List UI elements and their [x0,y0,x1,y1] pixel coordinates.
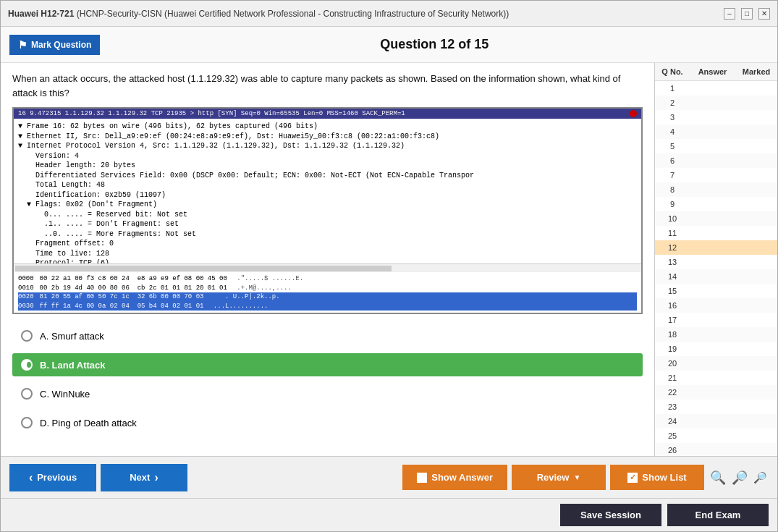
sidebar-row[interactable]: 26 [655,443,777,456]
packet-line: .1.. .... = Don't Fragment: set [18,219,637,229]
hex-row-selected: 002081 20 55 af 00 50 7c 1c 32 6b 00 00 … [18,292,637,302]
sidebar-row[interactable]: 5 [655,139,777,153]
zoom-in-button[interactable]: 🔎 [752,470,769,486]
packet-line: Protocol: TCP (6) [18,258,637,263]
sidebar-row[interactable]: 7 [655,168,777,182]
sidebar-qno: 10 [658,214,687,223]
capture-header-text: 16 9.472315 1.1.129.32 1.1.129.32 TCP 21… [18,110,405,117]
option-b[interactable]: B. Land Attack [12,353,643,376]
hex-row: 001000 2b 19 4d 40 00 80 06 cb 2c 01 01 … [18,284,637,293]
sidebar-row[interactable]: 23 [655,400,777,414]
answer-options: A. Smurf attack B. Land Attack C. WinNuk… [12,324,643,434]
content-area: When an attack occurs, the attacked host… [1,63,654,456]
sidebar-qno: 17 [658,316,687,324]
sidebar-row[interactable]: 1 [655,81,777,96]
sidebar-row[interactable]: 3 [655,110,777,124]
sidebar-row[interactable]: 10 [655,211,777,226]
minimize-button[interactable]: – [724,8,735,20]
sidebar-row[interactable]: 24 [655,414,777,428]
sidebar-qno: 2 [658,98,687,107]
sidebar-row[interactable]: 21 [655,371,777,385]
sidebar-row[interactable]: 22 [655,385,777,400]
next-button[interactable]: Next › [101,464,187,491]
sidebar-header: Q No. Answer Marked [655,63,777,81]
zoom-out-button[interactable]: 🔍 [709,468,727,487]
previous-button[interactable]: ‹ Previous [9,464,96,491]
save-session-button[interactable]: Save Session [560,504,661,526]
bookmark-icon: ⚑ [18,39,28,51]
sidebar-qno: 3 [658,113,687,122]
sidebar-row[interactable]: 17 [655,313,777,327]
option-d[interactable]: D. Ping of Death attack [12,411,643,434]
question-title: Question 12 of 15 [100,37,769,52]
packet-line: ▼ Frame 16: 62 bytes on wire (496 bits),… [18,122,637,132]
packet-detail: ▼ Frame 16: 62 bytes on wire (496 bits),… [14,119,641,263]
option-d-label: D. Ping of Death attack [40,418,137,428]
sidebar-row[interactable]: 15 [655,284,777,298]
chevron-left-icon: ‹ [29,471,33,484]
sidebar-row[interactable]: 9 [655,197,777,211]
show-list-button[interactable]: ✓ Show List [610,465,704,490]
option-c[interactable]: C. WinNuke [12,382,643,405]
next-label: Next [130,472,150,483]
sidebar-row[interactable]: 4 [655,124,777,139]
title-bar: Huawei H12-721 (HCNP-Security-CISN (Huaw… [1,1,777,27]
mark-question-button[interactable]: ⚑ Mark Question [9,35,100,55]
sidebar-row[interactable]: 18 [655,327,777,342]
packet-line: ▼ Flags: 0x02 (Don't Fragment) [18,200,637,210]
sidebar-qno: 7 [658,171,687,180]
end-exam-button[interactable]: End Exam [667,504,769,526]
sidebar-row[interactable]: 19 [655,342,777,356]
sidebar-qno: 18 [658,330,687,339]
sidebar-qno: 6 [658,156,687,165]
hex-row: 000000 22 a1 00 f3 c8 00 24 e8 a9 e9 ef … [18,274,637,284]
sidebar-qno: 22 [658,388,687,397]
sidebar-header-marked: Marked [738,67,774,76]
sidebar-qno: 11 [658,229,687,237]
title-bold: Huawei H12-721 [8,9,74,19]
sidebar-row[interactable]: 14 [655,269,777,284]
sidebar-row[interactable]: 6 [655,153,777,168]
radio-c[interactable] [21,388,33,400]
sidebar-row[interactable]: 16 [655,298,777,313]
packet-capture: 16 9.472315 1.1.129.32 1.1.129.32 TCP 21… [12,107,643,314]
show-answer-button[interactable]: Show Answer [402,465,507,490]
packet-line: Header length: 20 bytes [18,161,637,171]
zoom-reset-button[interactable]: 🔎 [730,468,749,487]
close-button[interactable]: ✕ [758,8,770,20]
horizontal-scrollbar[interactable] [14,263,641,272]
capture-window-controls [630,110,637,117]
maximize-button[interactable]: □ [741,8,753,20]
packet-line: ▼ Internet Protocol Version 4, Src: 1.1.… [18,141,637,151]
sidebar-qno: 13 [658,258,687,266]
question-text: When an attack occurs, the attacked host… [12,72,643,100]
option-a[interactable]: A. Smurf attack [12,324,643,347]
packet-line: Time to live: 128 [18,249,637,259]
sidebar-row[interactable]: 2 [655,96,777,110]
radio-d[interactable] [21,417,33,428]
sidebar-row[interactable]: 8 [655,182,777,197]
sidebar-scroll[interactable]: 1 2 3 4 5 6 7 8 [655,81,777,456]
sidebar-row[interactable]: 20 [655,356,777,371]
sidebar-qno: 23 [658,402,687,411]
sidebar-row[interactable]: 12 [655,240,777,255]
bottom-actions: Save Session End Exam [1,498,777,531]
sidebar-qno: 1 [658,84,687,93]
sidebar-row[interactable]: 11 [655,226,777,240]
review-button[interactable]: Review ▼ [512,465,606,490]
window-controls: – □ ✕ [724,8,770,20]
sidebar-row[interactable]: 13 [655,255,777,269]
window-title: Huawei H12-721 (HCNP-Security-CISN (Huaw… [8,9,509,19]
sidebar-qno: 20 [658,359,687,368]
radio-b[interactable] [21,359,33,371]
show-list-label: Show List [642,472,686,483]
packet-line: ..0. .... = More Fragments: Not set [18,229,637,240]
sidebar-qno: 25 [658,431,687,440]
radio-a[interactable] [21,330,33,342]
show-answer-icon [417,473,427,483]
sidebar-row[interactable]: 25 [655,428,777,443]
show-answer-label: Show Answer [431,472,493,483]
option-b-label: B. Land Attack [40,360,106,371]
sidebar-qno: 14 [658,272,687,281]
sidebar-qno: 15 [658,287,687,295]
